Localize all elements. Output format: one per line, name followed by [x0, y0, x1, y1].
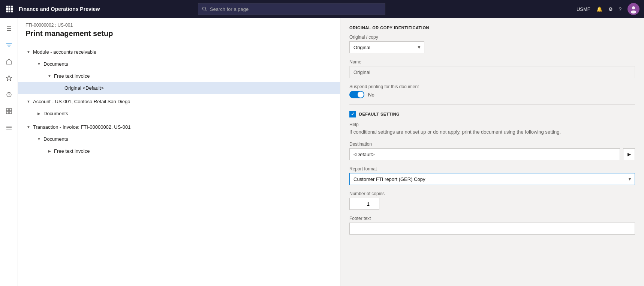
- form-group-footer-text: Footer text: [349, 216, 635, 235]
- waffle-icon[interactable]: [4, 4, 14, 14]
- svg-marker-14: [6, 75, 12, 81]
- tree-item-documents2[interactable]: ▶ Documents: [18, 107, 340, 119]
- svg-line-10: [205, 10, 207, 11]
- tree-item-account[interactable]: ▼ Account - US-001, Contoso Retail San D…: [18, 95, 340, 107]
- nav-right-area: USMF 🔔 ⚙ ?: [577, 3, 640, 15]
- svg-rect-4: [9, 8, 10, 10]
- name-input[interactable]: [349, 66, 635, 78]
- tree-item-free-text-invoice2[interactable]: ▶ Free text invoice: [18, 145, 340, 157]
- tree-item-label: Account - US-001, Contoso Retail San Die…: [33, 99, 130, 104]
- tree-expand-icon: ▶: [36, 110, 42, 116]
- default-setting-section: DEFAULT SETTING Help If conditional sett…: [349, 111, 635, 235]
- tree-expand-icon: ▶: [46, 148, 52, 154]
- default-section-header: DEFAULT SETTING: [349, 111, 635, 117]
- tree-collapse-icon: ▼: [25, 49, 31, 55]
- report-format-label: Report format: [349, 166, 635, 172]
- name-label: Name: [349, 59, 635, 65]
- destination-row: ▶: [349, 148, 635, 160]
- original-copy-dropdown-wrapper: Original Copy ▼: [349, 41, 424, 53]
- help-icon[interactable]: ?: [619, 6, 622, 12]
- favorites-icon[interactable]: [1, 71, 16, 86]
- tree-item-label: Documents: [43, 136, 68, 142]
- report-format-select[interactable]: Customer FTI report (GER) Copy Customer …: [349, 173, 635, 185]
- svg-point-9: [202, 7, 205, 10]
- svg-rect-7: [9, 11, 10, 12]
- destination-input[interactable]: [349, 148, 620, 160]
- tree-collapse-icon: ▼: [25, 124, 31, 130]
- tree-collapse-icon: ▼: [46, 73, 52, 79]
- tree-item-label: Documents: [43, 61, 68, 67]
- svg-rect-0: [6, 6, 8, 8]
- top-navigation: Finance and Operations Preview USMF 🔔 ⚙ …: [0, 0, 644, 18]
- tree-item-label: Free text invoice: [54, 148, 90, 154]
- svg-rect-5: [11, 8, 13, 10]
- modules-icon[interactable]: [1, 120, 16, 135]
- svg-rect-8: [11, 11, 13, 12]
- workspaces-icon[interactable]: [1, 104, 16, 119]
- tree-collapse-icon: ▼: [36, 136, 42, 142]
- recent-icon[interactable]: [1, 87, 16, 102]
- form-group-help: Help If conditional settings are not set…: [349, 122, 635, 135]
- svg-rect-18: [6, 111, 9, 114]
- tree-item-label: Module - accounts receivable: [33, 49, 96, 55]
- svg-rect-17: [9, 108, 12, 111]
- copies-input[interactable]: [349, 198, 379, 210]
- tree-item-label: Original <Default>: [64, 85, 104, 91]
- svg-rect-2: [11, 6, 13, 8]
- right-panel: ORIGINAL OR COPY IDENTIFICATION Original…: [340, 18, 644, 286]
- tree: ▼ Module - accounts receivable ▼ Documen…: [18, 41, 340, 161]
- tree-item-label: Free text invoice: [54, 73, 90, 79]
- tree-item-label: Transaction - Invoice: FTI-00000002, US-…: [33, 124, 130, 130]
- search-bar[interactable]: [198, 3, 385, 15]
- settings-icon[interactable]: ⚙: [608, 6, 613, 12]
- default-setting-title: DEFAULT SETTING: [359, 112, 400, 116]
- notifications-icon[interactable]: 🔔: [596, 6, 602, 12]
- section-title-original-copy: ORIGINAL OR COPY IDENTIFICATION: [349, 26, 635, 30]
- breadcrumb: FTI-00000002 : US-001: [25, 23, 332, 28]
- left-header: FTI-00000002 : US-001 Print management s…: [18, 18, 340, 41]
- tree-item-documents3[interactable]: ▼ Documents: [18, 133, 340, 145]
- user-avatar[interactable]: [628, 3, 640, 15]
- form-group-name: Name: [349, 59, 635, 78]
- filter-icon[interactable]: [1, 38, 16, 53]
- tree-collapse-icon: ▼: [25, 98, 31, 104]
- page-title: Print management setup: [25, 29, 332, 38]
- footer-text-label: Footer text: [349, 216, 635, 221]
- original-copy-select[interactable]: Original Copy: [349, 41, 424, 53]
- svg-rect-16: [6, 108, 9, 111]
- search-input[interactable]: [210, 6, 381, 12]
- default-setting-checkbox[interactable]: [349, 111, 356, 117]
- form-group-destination: Destination ▶: [349, 141, 635, 160]
- tree-item-original-default[interactable]: ▼ Original <Default>: [18, 82, 340, 94]
- toggle-value-label: No: [368, 92, 374, 98]
- home-icon[interactable]: [1, 54, 16, 69]
- user-region: USMF: [577, 6, 590, 12]
- help-label: Help: [349, 122, 635, 127]
- tree-spacer: ▼: [57, 85, 63, 91]
- app-title: Finance and Operations Preview: [19, 6, 100, 12]
- toggle-row: No: [349, 91, 635, 98]
- tree-item-documents1[interactable]: ▼ Documents: [18, 58, 340, 70]
- tree-item-label: Documents: [43, 111, 68, 116]
- suspend-toggle[interactable]: [349, 91, 364, 98]
- svg-rect-3: [6, 8, 8, 10]
- copies-label: Number of copies: [349, 191, 635, 196]
- suspend-label: Suspend printing for this document: [349, 84, 635, 89]
- original-copy-label: Original / copy: [349, 35, 635, 40]
- svg-point-13: [631, 11, 636, 14]
- hamburger-icon[interactable]: ☰: [1, 21, 16, 36]
- destination-edit-button[interactable]: ▶: [623, 148, 635, 160]
- destination-label: Destination: [349, 141, 635, 147]
- tree-item-module[interactable]: ▼ Module - accounts receivable: [18, 46, 340, 58]
- search-icon: [202, 6, 207, 12]
- section-divider: [349, 104, 635, 105]
- tree-item-free-text-invoice1[interactable]: ▼ Free text invoice: [18, 70, 340, 82]
- footer-text-input[interactable]: [349, 223, 635, 235]
- svg-point-12: [632, 6, 635, 9]
- tree-item-transaction[interactable]: ▼ Transaction - Invoice: FTI-00000002, U…: [18, 121, 340, 133]
- report-format-select-wrapper: Customer FTI report (GER) Copy Customer …: [349, 173, 635, 185]
- left-sidebar: ☰: [0, 18, 18, 286]
- form-group-copies: Number of copies: [349, 191, 635, 210]
- form-group-suspend: Suspend printing for this document No: [349, 84, 635, 98]
- svg-rect-6: [6, 11, 8, 12]
